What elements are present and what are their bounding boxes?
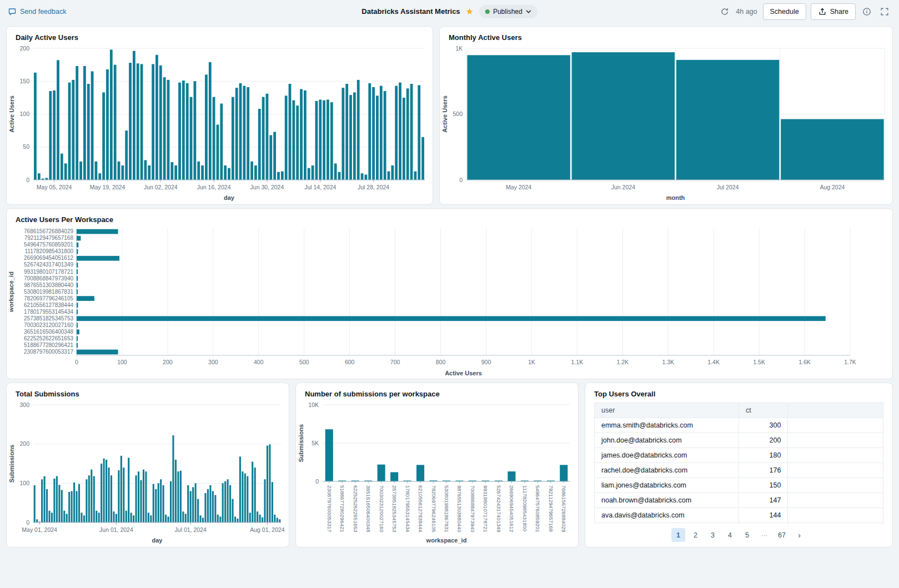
axes: 05K10K2308797600053317518867728029642162… bbox=[298, 401, 570, 544]
svg-text:5K: 5K bbox=[312, 440, 319, 446]
page-title: Databricks Assistant Metrics bbox=[361, 7, 460, 16]
next-page-button[interactable]: › bbox=[792, 528, 806, 542]
page-button-67[interactable]: 67 bbox=[775, 528, 789, 542]
favorite-star-icon[interactable]: ★ bbox=[466, 7, 474, 16]
svg-text:200: 200 bbox=[163, 359, 173, 365]
refresh-icon bbox=[720, 7, 729, 16]
total_submissions-plot: 0100200300May 01, 2024Jun 01, 2024Jul 01… bbox=[7, 399, 289, 547]
ct-cell: 176 bbox=[739, 463, 788, 478]
svg-text:6225252622651653: 6225252622651653 bbox=[353, 485, 359, 532]
svg-text:6225252622651653: 6225252622651653 bbox=[24, 335, 73, 341]
svg-text:1117820985431800: 1117820985431800 bbox=[522, 485, 528, 531]
svg-text:1K: 1K bbox=[455, 45, 463, 52]
svg-text:7008868847973940: 7008868847973940 bbox=[24, 275, 73, 282]
svg-text:5496475760859201: 5496475760859201 bbox=[24, 242, 73, 248]
spare-cell bbox=[788, 508, 883, 523]
submissions-per-workspace-card: Number of submissions per workspace 05K1… bbox=[295, 383, 579, 547]
daily-active-users-card: Daily Active Users 050100150200May 05, 2… bbox=[6, 26, 433, 205]
svg-text:700: 700 bbox=[390, 359, 400, 365]
svg-text:5496475760859201: 5496475760859201 bbox=[535, 485, 541, 532]
svg-text:150: 150 bbox=[19, 78, 29, 84]
svg-text:Jul 2024: Jul 2024 bbox=[717, 184, 739, 190]
svg-text:9931980107178721: 9931980107178721 bbox=[483, 485, 489, 532]
user-cell: ava.davis@databricks.com bbox=[595, 508, 739, 523]
axes: 01002003004005006007008009001K1.1K1.2K1.… bbox=[8, 228, 856, 376]
svg-text:7686156726884029: 7686156726884029 bbox=[561, 485, 567, 532]
pagination-ellipsis: ··· bbox=[757, 528, 771, 542]
svg-text:5267424317401349: 5267424317401349 bbox=[496, 485, 502, 532]
table-row: emma.smith@databricks.com300 bbox=[595, 418, 883, 433]
svg-text:7921129479657168: 7921129479657168 bbox=[548, 485, 554, 532]
fullscreen-button[interactable] bbox=[878, 5, 891, 18]
svg-text:100: 100 bbox=[19, 480, 29, 486]
spare-cell bbox=[788, 493, 883, 508]
feedback-bubble-icon bbox=[8, 7, 17, 16]
svg-text:1780179553145434: 1780179553145434 bbox=[405, 485, 411, 532]
column-header-ct[interactable]: ct bbox=[739, 403, 788, 418]
svg-text:100: 100 bbox=[19, 110, 29, 117]
spare-cell bbox=[788, 478, 883, 493]
monthly_active_users-plot: 05001KMay 2024Jun 2024Jul 2024Aug 2024mo… bbox=[440, 43, 892, 204]
share-icon bbox=[818, 7, 827, 16]
ct-cell: 180 bbox=[739, 448, 788, 463]
svg-text:month: month bbox=[666, 194, 685, 201]
published-status-dot bbox=[485, 9, 490, 14]
user-cell: james.doe@databricks.com bbox=[595, 448, 739, 463]
published-dropdown[interactable]: Published bbox=[479, 5, 538, 18]
page-button-1[interactable]: 1 bbox=[671, 528, 685, 542]
published-label: Published bbox=[493, 8, 523, 16]
send-feedback-label: Send feedback bbox=[20, 8, 66, 16]
page-button-2[interactable]: 2 bbox=[689, 528, 702, 542]
table-row: liam.jones@databricks.com150 bbox=[595, 478, 883, 493]
top-users-tbody: emma.smith@databricks.com300john.doe@dat… bbox=[595, 418, 883, 525]
schedule-button[interactable]: Schedule bbox=[763, 3, 806, 20]
svg-text:1.4K: 1.4K bbox=[707, 359, 720, 365]
ct-cell: 147 bbox=[739, 493, 788, 508]
chart-title-total-submissions: Total Submissions bbox=[7, 383, 289, 399]
svg-text:Jul 01, 2024: Jul 01, 2024 bbox=[175, 526, 207, 533]
svg-text:5267424317401349: 5267424317401349 bbox=[24, 262, 73, 268]
spare-cell bbox=[788, 418, 883, 433]
page-button-3[interactable]: 3 bbox=[706, 528, 720, 542]
submissions-per-workspace-chart: 05K10K2308797600053317518867728029642162… bbox=[296, 399, 578, 547]
dashboard-page: Send feedback Databricks Assistant Metri… bbox=[0, 0, 899, 551]
table-row: john.doe@databricks.com200 bbox=[595, 433, 883, 448]
page-button-5[interactable]: 5 bbox=[740, 528, 754, 542]
daily_active_users-plot: 050100150200May 05, 2024May 19, 2024Jun … bbox=[7, 43, 433, 204]
share-button[interactable]: Share bbox=[811, 3, 856, 20]
svg-text:2669069454051612: 2669069454051612 bbox=[24, 255, 73, 261]
send-feedback-link[interactable]: Send feedback bbox=[8, 7, 66, 16]
user-cell: john.doe@databricks.com bbox=[595, 433, 739, 448]
topbar: Send feedback Databricks Assistant Metri… bbox=[0, 0, 899, 23]
total-submissions-chart: 0100200300May 01, 2024Jun 01, 2024Jul 01… bbox=[7, 399, 289, 547]
svg-text:5308019981867831: 5308019981867831 bbox=[444, 485, 450, 532]
refresh-button[interactable] bbox=[718, 5, 731, 18]
svg-text:1117820985431800: 1117820985431800 bbox=[25, 248, 74, 254]
svg-text:7686156726884029: 7686156726884029 bbox=[24, 228, 73, 234]
chevron-down-icon bbox=[526, 9, 531, 14]
top-users-table: user ct emma.smith@databricks.com300john… bbox=[594, 403, 883, 524]
page-button-4[interactable]: 4 bbox=[723, 528, 737, 542]
svg-text:0: 0 bbox=[26, 177, 29, 183]
column-header-user[interactable]: user bbox=[595, 403, 739, 418]
info-button[interactable] bbox=[860, 5, 873, 18]
svg-text:2308797600053317: 2308797600053317 bbox=[24, 349, 73, 355]
svg-text:Jul 14, 2024: Jul 14, 2024 bbox=[304, 184, 336, 190]
svg-text:3651616506400348: 3651616506400348 bbox=[24, 329, 73, 335]
svg-text:300: 300 bbox=[208, 359, 218, 365]
svg-text:day: day bbox=[224, 194, 235, 201]
bars bbox=[77, 229, 826, 355]
svg-text:800: 800 bbox=[436, 359, 446, 365]
svg-text:May 19, 2024: May 19, 2024 bbox=[90, 184, 125, 190]
monthly-active-users-card: Monthly Active Users 05001KMay 2024Jun 2… bbox=[439, 26, 893, 205]
fullscreen-icon bbox=[880, 7, 889, 16]
chart-title-submissions-per-workspace: Number of submissions per workspace bbox=[296, 383, 578, 399]
pagination: 12345···67› bbox=[585, 524, 892, 547]
svg-text:7820697796246105: 7820697796246105 bbox=[24, 295, 73, 301]
svg-text:1.5K: 1.5K bbox=[753, 359, 765, 365]
bars bbox=[34, 49, 424, 180]
ct-cell: 200 bbox=[739, 433, 788, 448]
svg-text:400: 400 bbox=[254, 359, 264, 365]
table-header-row: user ct bbox=[595, 403, 883, 418]
svg-text:5188677280296421: 5188677280296421 bbox=[339, 485, 345, 532]
